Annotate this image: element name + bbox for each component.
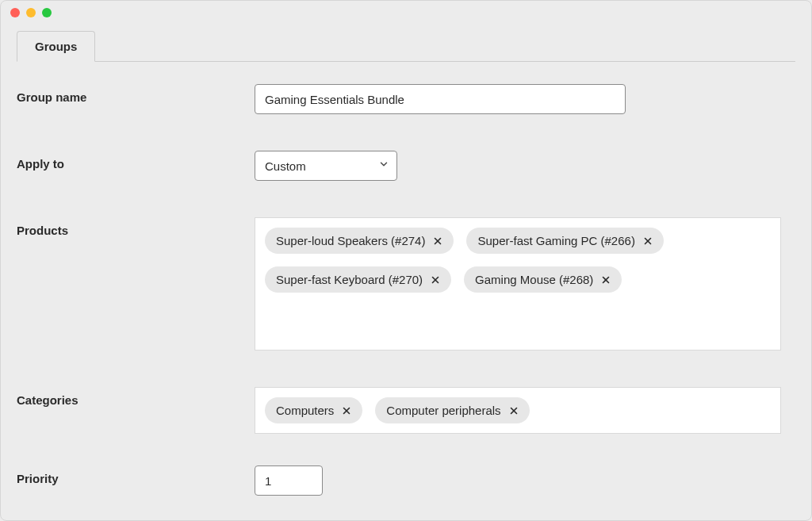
select-apply-to[interactable]: Custom	[255, 151, 397, 181]
label-apply-to: Apply to	[17, 151, 255, 170]
input-group-name[interactable]	[255, 84, 626, 114]
remove-tag-button[interactable]	[643, 236, 653, 246]
category-tag-label: Computers	[276, 404, 334, 417]
product-tag: Super-fast Gaming PC (#266)	[466, 228, 663, 254]
row-group-name: Group name	[17, 84, 795, 114]
product-tag-label: Super-fast Gaming PC (#266)	[477, 234, 634, 247]
product-tag-label: Super-fast Keyboard (#270)	[276, 273, 423, 286]
product-tag: Super-fast Keyboard (#270)	[265, 266, 451, 293]
input-priority[interactable]	[255, 465, 323, 496]
label-categories: Categories	[17, 387, 255, 407]
label-priority: Priority	[17, 465, 255, 485]
row-priority: Priority	[17, 465, 795, 496]
product-tag: Super-loud Speakers (#274)	[265, 228, 454, 254]
remove-tag-button[interactable]	[601, 275, 611, 285]
remove-tag-button[interactable]	[342, 406, 351, 416]
app-window: Groups Group name Apply to Custom Produc…	[0, 0, 812, 521]
tab-groups[interactable]: Groups	[17, 31, 95, 62]
category-tag: Computer peripherals	[375, 397, 529, 423]
products-tag-container[interactable]: Super-loud Speakers (#274) Super-fast Ga…	[255, 217, 781, 351]
window-titlebar	[1, 1, 811, 25]
remove-tag-button[interactable]	[431, 275, 440, 285]
window-minimize-button[interactable]	[26, 8, 36, 17]
row-products: Products Super-loud Speakers (#274) Supe…	[17, 217, 795, 351]
remove-tag-button[interactable]	[433, 236, 442, 246]
select-apply-to-wrap: Custom	[255, 151, 397, 181]
label-group-name: Group name	[17, 84, 255, 104]
window-maximize-button[interactable]	[42, 8, 52, 17]
remove-tag-button[interactable]	[509, 406, 519, 416]
product-tag-label: Gaming Mouse (#268)	[475, 273, 593, 286]
window-close-button[interactable]	[10, 8, 20, 17]
category-tag-label: Computer peripherals	[386, 404, 500, 417]
product-tag: Gaming Mouse (#268)	[464, 266, 622, 293]
content-area: Groups Group name Apply to Custom Produc…	[1, 25, 811, 511]
row-categories: Categories Computers Computer peripheral…	[17, 387, 795, 434]
category-tag: Computers	[265, 397, 362, 423]
tabs: Groups	[17, 31, 795, 62]
row-apply-to: Apply to Custom	[17, 151, 795, 181]
categories-tag-container[interactable]: Computers Computer peripherals	[255, 387, 781, 434]
label-products: Products	[17, 217, 255, 237]
select-apply-to-value: Custom	[265, 159, 306, 173]
product-tag-label: Super-loud Speakers (#274)	[276, 234, 425, 247]
